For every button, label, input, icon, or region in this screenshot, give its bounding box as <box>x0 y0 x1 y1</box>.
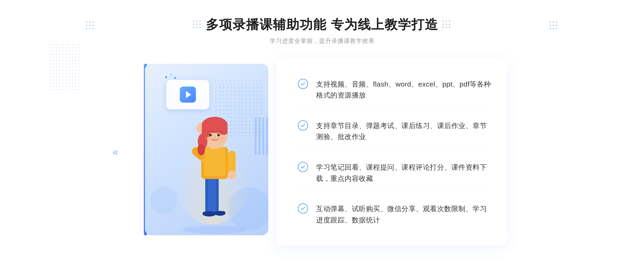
svg-point-29 <box>219 137 224 140</box>
sparkle-2 <box>170 74 172 75</box>
title-row: 多项录播课辅助功能 专为线上教学打造 <box>193 16 451 33</box>
svg-point-25 <box>217 133 220 136</box>
feature-item-4: 互动弹幕、试听购买、微信分享、观看次数限制、学习进度跟踪、数据统计 <box>298 198 491 231</box>
title-dot-grid-right <box>442 20 451 29</box>
illustration-background <box>145 64 268 235</box>
check-icon-3 <box>298 162 308 172</box>
feature-item-1: 支持视频、音频、flash、word、excel、ppt、pdf等各种格式的资源… <box>298 73 491 107</box>
svg-point-16 <box>228 171 236 179</box>
feature-text-2: 支持章节目录、弹题考试、课后练习、课后作业、章节测验、批改作业 <box>316 120 491 143</box>
content-section: « <box>134 58 510 246</box>
svg-point-26 <box>211 134 212 135</box>
check-icon-2 <box>298 120 308 130</box>
svg-rect-21 <box>219 124 228 135</box>
feature-item-3: 学习笔记回看、课程提问、课程评论打分、课件资料下载，重点内容收藏 <box>298 156 491 190</box>
header-section: 多项录播课辅助功能 专为线上教学打造 学习进度全掌握，提升录播课教学效果 <box>193 16 451 45</box>
character-illustration <box>166 85 263 235</box>
svg-point-2 <box>182 226 247 234</box>
check-icon-4 <box>298 203 308 214</box>
sparkle-1 <box>165 76 167 78</box>
feature-text-1: 支持视频、音频、flash、word、excel、ppt、pdf等各种格式的资源… <box>316 79 491 101</box>
svg-point-23 <box>197 144 205 155</box>
feature-text-4: 互动弹幕、试听购买、微信分享、观看次数限制、学习进度跟踪、数据统计 <box>316 203 491 226</box>
svg-point-27 <box>219 134 220 135</box>
svg-rect-8 <box>215 211 225 215</box>
decoration-dots-right <box>550 21 558 30</box>
svg-rect-7 <box>203 212 216 215</box>
feature-item-2: 支持章节目录、弹题考试、课后练习、课后作业、章节测验、批改作业 <box>298 115 491 148</box>
svg-point-24 <box>209 133 212 136</box>
illustration-area <box>134 58 279 246</box>
page-container: 多项录播课辅助功能 专为线上教学打造 学习进度全掌握，提升录播课教学效果 « <box>0 0 644 261</box>
decoration-dots-left <box>86 21 94 30</box>
left-chevron-decoration: « <box>113 147 118 158</box>
main-title: 多项录播课辅助功能 专为线上教学打造 <box>206 16 438 33</box>
svg-point-28 <box>205 137 211 140</box>
check-icon-1 <box>298 79 308 89</box>
features-panel: 支持视频、音频、flash、word、excel、ppt、pdf等各种格式的资源… <box>276 58 507 246</box>
feature-text-3: 学习笔记回看、课程提问、课程评论打分、课件资料下载，重点内容收藏 <box>316 162 491 184</box>
sparkle-3 <box>174 77 176 79</box>
sub-title: 学习进度全掌握，提升录播课教学效果 <box>193 37 451 45</box>
title-dot-grid-left <box>193 20 202 29</box>
svg-rect-4 <box>208 176 216 214</box>
